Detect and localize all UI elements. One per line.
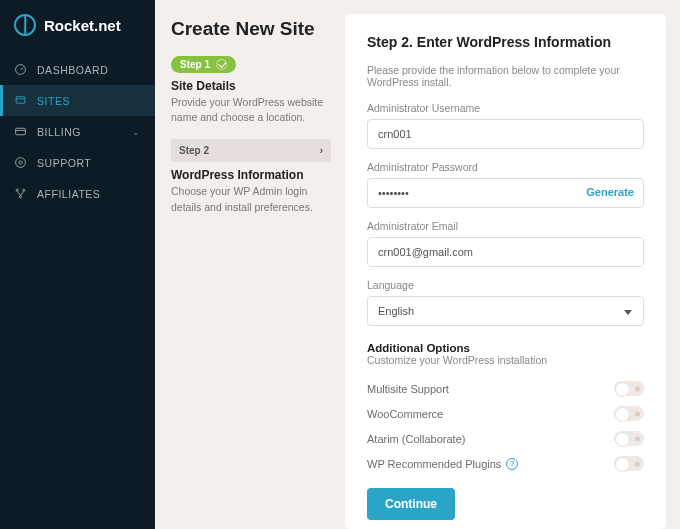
step1-chip: Step 1 [171, 56, 236, 73]
nav-support[interactable]: SUPPORT [0, 147, 155, 178]
step1-desc: Provide your WordPress website name and … [171, 95, 331, 125]
step2-chip[interactable]: Step 2 › [171, 139, 331, 162]
form-intro: Please provide the information below to … [367, 64, 644, 88]
info-icon[interactable]: ? [506, 458, 518, 470]
option-label: Multisite Support [367, 383, 449, 395]
brand-name: Rocket.net [44, 17, 121, 34]
nav-sites[interactable]: SITES [0, 85, 155, 116]
step2-heading: WordPress Information [171, 168, 331, 182]
username-label: Administrator Username [367, 102, 644, 114]
generate-link[interactable]: Generate [586, 186, 634, 198]
option-woocommerce: WooCommerce [367, 401, 644, 426]
nav-label: SUPPORT [37, 157, 91, 169]
option-multisite: Multisite Support [367, 376, 644, 401]
nav-billing[interactable]: BILLING ⌄ [0, 116, 155, 147]
gauge-icon [14, 63, 27, 76]
option-wp-plugins: WP Recommended Plugins ? [367, 451, 644, 476]
sites-icon [14, 94, 27, 107]
chevron-right-icon: › [320, 145, 323, 156]
option-label: Atarim (Collaborate) [367, 433, 465, 445]
toggle-woocommerce[interactable] [614, 406, 644, 421]
option-label: WP Recommended Plugins ? [367, 458, 518, 470]
check-icon [216, 59, 227, 70]
form-panel: Step 2. Enter WordPress Information Plea… [345, 14, 666, 529]
svg-point-6 [23, 189, 25, 191]
email-input[interactable] [367, 237, 644, 267]
svg-rect-2 [16, 128, 26, 135]
logo-icon [14, 14, 36, 36]
step1-heading: Site Details [171, 79, 331, 93]
nav-label: AFFILIATES [37, 188, 100, 200]
brand: Rocket.net [0, 14, 155, 54]
step2-chip-label: Step 2 [179, 145, 209, 156]
lifebuoy-icon [14, 156, 27, 169]
toggle-multisite[interactable] [614, 381, 644, 396]
toggle-wp-plugins[interactable] [614, 456, 644, 471]
steps-column: Create New Site Step 1 Site Details Prov… [155, 0, 345, 529]
nav-dashboard[interactable]: DASHBOARD [0, 54, 155, 85]
email-label: Administrator Email [367, 220, 644, 232]
continue-button[interactable]: Continue [367, 488, 455, 520]
toggle-atarim[interactable] [614, 431, 644, 446]
svg-point-5 [16, 189, 18, 191]
nav: DASHBOARD SITES BILLING ⌄ SUPPORT AFFILI… [0, 54, 155, 209]
password-label: Administrator Password [367, 161, 644, 173]
nav-label: BILLING [37, 126, 81, 138]
page-title: Create New Site [171, 18, 331, 40]
card-icon [14, 125, 27, 138]
language-select[interactable] [367, 296, 644, 326]
username-input[interactable] [367, 119, 644, 149]
option-text: WP Recommended Plugins [367, 458, 501, 470]
option-label: WooCommerce [367, 408, 443, 420]
step1-chip-label: Step 1 [180, 59, 210, 70]
svg-rect-1 [16, 97, 25, 104]
chevron-down-icon: ⌄ [132, 127, 141, 137]
language-label: Language [367, 279, 644, 291]
nav-label: DASHBOARD [37, 64, 108, 76]
nav-label: SITES [37, 95, 70, 107]
nav-affiliates[interactable]: AFFILIATES [0, 178, 155, 209]
form-heading: Step 2. Enter WordPress Information [367, 34, 644, 50]
sidebar: Rocket.net DASHBOARD SITES BILLING ⌄ SUP… [0, 0, 155, 529]
svg-point-4 [19, 161, 22, 164]
svg-point-7 [19, 196, 21, 198]
additional-heading: Additional Options [367, 342, 644, 354]
option-atarim: Atarim (Collaborate) [367, 426, 644, 451]
additional-sub: Customize your WordPress installation [367, 354, 644, 366]
main: Create New Site Step 1 Site Details Prov… [155, 0, 680, 529]
step2-desc: Choose your WP Admin login details and i… [171, 184, 331, 214]
network-icon [14, 187, 27, 200]
svg-point-3 [16, 158, 26, 168]
